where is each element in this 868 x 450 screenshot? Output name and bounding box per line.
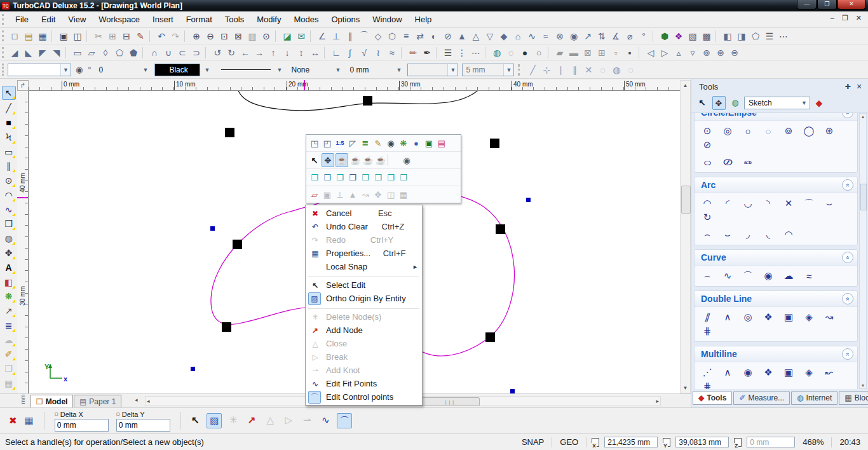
snap-center-icon[interactable]: ◌ <box>597 64 609 76</box>
chamfer-icon[interactable]: ◣ <box>23 46 35 59</box>
check-icon[interactable]: √ <box>358 46 370 59</box>
circle-tool-icon[interactable]: ⊙ <box>3 174 15 187</box>
color-dropdown-arrow-icon[interactable]: ▼ <box>205 67 210 73</box>
separator[interactable] <box>86 31 90 42</box>
fill-icon[interactable]: ▩ <box>701 30 713 43</box>
iso-view-ne-icon[interactable]: ❒ <box>309 171 320 184</box>
extend-icon[interactable]: ◥ <box>51 46 63 59</box>
y-coordinate-field[interactable]: 39,0813 mm <box>675 437 729 447</box>
pentagon-icon[interactable]: ⬠ <box>750 30 762 43</box>
select-tool-icon[interactable]: ↖ <box>2 86 16 100</box>
degree-icon[interactable]: ° <box>638 30 650 43</box>
separator[interactable] <box>401 47 404 58</box>
add-knot-icon[interactable]: ⇀ <box>300 413 314 427</box>
small-filled-icon[interactable]: ▪ <box>624 46 636 59</box>
luminance-icon[interactable]: ✎ <box>372 137 384 149</box>
close-button[interactable]: ✕ <box>837 0 865 10</box>
hatch-icon[interactable]: ▧ <box>687 30 699 43</box>
snap-quadrant-icon[interactable]: ◍ <box>611 64 623 76</box>
double-line-rectangle-icon[interactable]: ▣ <box>780 310 798 324</box>
undo-icon[interactable]: ↶ <box>156 30 168 43</box>
select-arrow-icon[interactable]: ↖ <box>309 154 320 167</box>
separator[interactable] <box>65 47 69 58</box>
image-frame-icon[interactable]: ▣ <box>423 137 435 149</box>
measure-tool-icon[interactable]: ✐ <box>3 348 15 360</box>
multiline-segment-icon[interactable]: ⋰ <box>698 365 717 379</box>
arc-start-end-icon[interactable]: ◡ <box>739 196 757 210</box>
inspector-properties-icon[interactable]: ▦ <box>25 415 34 426</box>
panel-tab-measure[interactable]: ✐ Measure... <box>733 391 790 405</box>
text-height-combo[interactable]: 5 mm▼ <box>462 64 514 76</box>
arc-tangent-point-icon[interactable]: ⌢ <box>698 228 717 242</box>
restore-button[interactable]: ❐ <box>817 0 837 10</box>
arc-1-2-3-icon[interactable]: ⌒ <box>800 196 818 210</box>
paint-tool-icon[interactable]: ◧ <box>3 276 15 289</box>
pin-icon[interactable]: ✚ <box>843 83 853 91</box>
spline-fit-points-icon[interactable]: ⌢ <box>698 269 717 283</box>
snap-indicator[interactable]: SNAP <box>519 437 546 447</box>
smooth-icon[interactable]: ≈ <box>540 30 552 43</box>
snap-parallel-icon[interactable]: ∥ <box>569 64 581 76</box>
text-tool-icon[interactable]: A <box>3 261 15 274</box>
ellipsis-icon[interactable]: ⋯ <box>470 46 482 59</box>
child-minimize-button[interactable]: – <box>831 14 834 22</box>
iso-view-bottom-icon[interactable]: ❒ <box>372 171 384 184</box>
arc-2-3-icon[interactable]: ⌣ <box>820 196 839 210</box>
pick-entity-icon[interactable]: ◳ <box>309 137 320 149</box>
rectangle-tool-icon[interactable]: ▭ <box>3 146 15 158</box>
collapse-chevron-icon[interactable]: » <box>842 252 853 263</box>
separator[interactable] <box>275 31 278 42</box>
separator[interactable] <box>205 47 208 58</box>
selection-handle[interactable] <box>363 96 372 106</box>
bezier-icon[interactable]: ∿ <box>719 269 737 283</box>
blocks-icon[interactable]: ⬢ <box>659 30 671 43</box>
iso-view-left-icon[interactable]: ❒ <box>385 171 397 184</box>
color-combo[interactable]: Black <box>154 64 200 76</box>
separator[interactable] <box>310 31 313 42</box>
polygon5-icon[interactable]: ⬠ <box>114 46 126 59</box>
swap-icon[interactable]: ⇄ <box>414 30 426 43</box>
select-edit-icon[interactable]: ↖ <box>188 413 202 427</box>
hidden-line-render-icon[interactable]: ☕ <box>349 154 361 167</box>
separator[interactable] <box>388 154 400 166</box>
selection-handle[interactable] <box>496 224 505 234</box>
x-coordinate-field[interactable]: 21,4235 mm <box>604 437 658 447</box>
scroll-thumb[interactable]: | | | <box>420 397 480 406</box>
zoom-out-icon[interactable]: ⊖ <box>205 30 217 43</box>
scroll-left-icon[interactable]: ◂ <box>147 398 150 404</box>
multiline-perpendicular-icon[interactable]: ↜ <box>820 365 839 379</box>
library-icon[interactable]: ❖ <box>673 30 685 43</box>
menu-item-edit-control-points[interactable]: ⌒ Edit Control points <box>306 390 422 404</box>
menu-item-break[interactable]: ▷ Break <box>306 350 422 364</box>
line-style-combo[interactable]: ▼ <box>214 64 284 76</box>
workplane-facet-icon[interactable]: ◫ <box>385 188 397 201</box>
sphere-3d-tool-icon[interactable]: ◍ <box>3 232 15 245</box>
rotate-cw-icon[interactable]: ↻ <box>226 46 238 59</box>
control-point-handle[interactable] <box>526 198 531 202</box>
stretch-v-icon[interactable]: ↕ <box>295 46 308 59</box>
pen-icon[interactable]: ✒ <box>421 46 433 59</box>
menu-item-close[interactable]: △ Close <box>306 337 422 350</box>
multiline-circle-icon[interactable]: ◉ <box>739 365 757 379</box>
cloud-tool-icon[interactable]: ☁ <box>3 334 15 346</box>
move-up-icon[interactable]: ↑ <box>268 46 280 59</box>
scroll-up-icon[interactable]: ▲ <box>860 114 866 119</box>
separator[interactable] <box>548 47 551 58</box>
selector-combo[interactable]: ▼ <box>8 64 71 76</box>
palette-paint-icon[interactable]: ◆ <box>813 97 825 109</box>
scroll-down-icon[interactable]: ▼ <box>860 383 866 388</box>
box-3d-tool-icon[interactable]: ❒ <box>3 217 15 230</box>
point-tool-icon[interactable]: ■ <box>3 116 15 129</box>
zoom-level[interactable]: 468% <box>800 437 826 447</box>
workplane-view-icon[interactable]: ↝ <box>360 188 371 201</box>
break-curve-icon[interactable]: ▷ <box>281 413 295 427</box>
open-icon[interactable]: ▤ <box>23 30 35 43</box>
selection-handle[interactable] <box>222 322 231 332</box>
iso-view-sw-icon[interactable]: ❒ <box>347 171 358 184</box>
lock-icon[interactable]: Ω <box>116 411 120 417</box>
menu-item-ortho-origin[interactable]: ▨ Ortho Origin By Entity <box>306 292 422 305</box>
layer-visibility-icon[interactable]: ◉ <box>76 65 83 74</box>
tab-scroll-left-icon[interactable]: ◂ <box>135 397 138 403</box>
multiline-rotated-rect-icon[interactable]: ◈ <box>800 365 818 379</box>
scroll-right-icon[interactable]: ▸ <box>656 398 659 404</box>
